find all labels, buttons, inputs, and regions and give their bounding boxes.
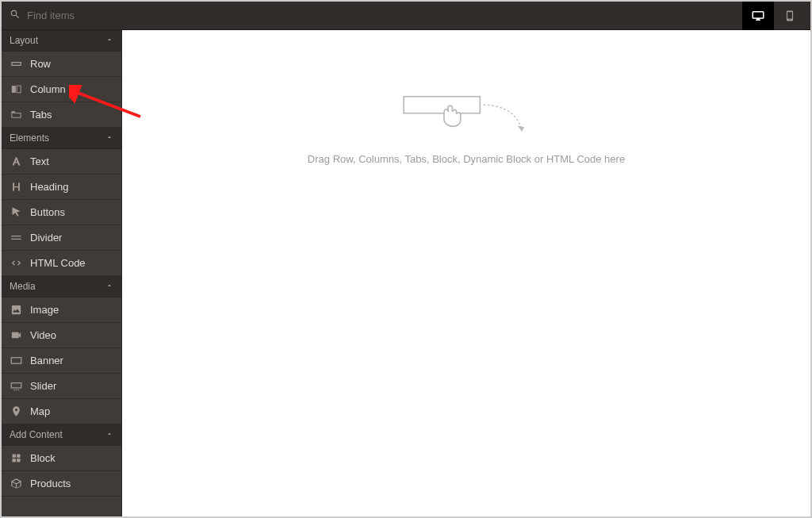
chevron-up-icon — [105, 35, 113, 46]
cursor-icon — [10, 206, 22, 218]
search-wrap — [10, 9, 742, 23]
sidebar-item-row[interactable]: Row — [2, 52, 121, 77]
sidebar-item-label: Buttons — [30, 206, 65, 218]
sidebar-item-label: Column — [30, 83, 66, 95]
sidebar-item-label: Divider — [30, 232, 62, 244]
section-title: Layout — [10, 35, 38, 46]
svg-point-8 — [13, 389, 15, 391]
sidebar-item-label: Heading — [30, 181, 68, 193]
device-desktop-tab[interactable] — [742, 2, 774, 30]
row-icon — [10, 58, 22, 70]
sidebar-item-label: HTML Code — [30, 257, 86, 269]
sidebar-item-label: Slider — [30, 380, 56, 392]
svg-rect-2 — [17, 86, 21, 93]
sidebar-item-image[interactable]: Image — [2, 297, 121, 323]
sidebar-item-divider[interactable]: Divider — [2, 225, 121, 251]
slider-icon — [10, 380, 22, 392]
section-header-add-content[interactable]: Add Content — [2, 424, 121, 446]
svg-rect-12 — [17, 455, 20, 458]
svg-point-9 — [15, 389, 17, 391]
sidebar-item-label: Map — [30, 405, 50, 417]
image-icon — [10, 304, 22, 316]
sidebar-item-label: Image — [30, 304, 59, 316]
divider-icon — [10, 232, 22, 244]
canvas-area[interactable]: Drag Row, Columns, Tabs, Block, Dynamic … — [125, 30, 807, 513]
svg-rect-1 — [11, 86, 15, 93]
sidebar-item-label: Video — [30, 329, 56, 341]
sidebar-item-html-code[interactable]: HTML Code — [2, 251, 121, 276]
svg-rect-13 — [12, 459, 15, 462]
svg-rect-5 — [11, 239, 21, 240]
video-icon — [10, 329, 22, 341]
products-icon — [10, 478, 22, 489]
heading-icon — [10, 181, 22, 193]
svg-rect-3 — [11, 112, 14, 113]
sidebar-item-label: Banner — [30, 355, 63, 366]
sidebar-item-products[interactable]: Products — [2, 471, 121, 497]
topbar — [2, 2, 810, 30]
section-header-media[interactable]: Media — [2, 276, 121, 297]
drop-hint-text: Drag Row, Columns, Tabs, Block, Dynamic … — [308, 153, 625, 165]
section-header-elements[interactable]: Elements — [2, 128, 121, 149]
code-icon — [10, 257, 22, 269]
section-title: Media — [10, 281, 36, 292]
svg-point-10 — [17, 389, 19, 391]
svg-marker-16 — [518, 126, 525, 132]
svg-rect-15 — [404, 97, 480, 113]
svg-rect-11 — [12, 455, 15, 458]
tabs-icon — [10, 109, 22, 121]
sidebar-item-buttons[interactable]: Buttons — [2, 200, 121, 225]
search-input[interactable] — [27, 10, 225, 21]
sidebar-item-label: Tabs — [30, 109, 52, 121]
sidebar-item-slider[interactable]: Slider — [2, 374, 121, 399]
sidebar-item-column[interactable]: Column — [2, 77, 121, 102]
banner-icon — [10, 355, 22, 366]
sidebar-item-map[interactable]: Map — [2, 399, 121, 424]
svg-rect-0 — [11, 63, 20, 66]
svg-rect-6 — [11, 358, 21, 364]
sidebar-item-label: Text — [30, 155, 49, 167]
chevron-up-icon — [105, 132, 113, 144]
sidebar-item-text[interactable]: Text — [2, 149, 121, 175]
sidebar-item-label: Row — [30, 58, 51, 70]
text-icon — [10, 155, 22, 167]
section-title: Elements — [10, 132, 49, 144]
drag-drop-illustration-icon — [395, 90, 538, 145]
block-icon — [10, 452, 22, 464]
sidebar-item-block[interactable]: Block — [2, 446, 121, 471]
sidebar-item-label: Block — [30, 452, 56, 464]
svg-rect-14 — [17, 459, 20, 462]
sidebar-item-heading[interactable]: Heading — [2, 175, 121, 200]
section-header-layout[interactable]: Layout — [2, 30, 121, 52]
chevron-up-icon — [105, 281, 113, 292]
svg-rect-7 — [11, 383, 21, 388]
sidebar-item-label: Products — [30, 478, 71, 489]
sidebar-item-banner[interactable]: Banner — [2, 348, 121, 374]
device-tabs — [742, 2, 806, 30]
column-icon — [10, 83, 22, 95]
search-icon — [10, 9, 21, 23]
device-mobile-tab[interactable] — [774, 2, 806, 30]
dropzone: Drag Row, Columns, Tabs, Block, Dynamic … — [308, 90, 625, 165]
svg-rect-4 — [11, 236, 21, 236]
sidebar-item-tabs[interactable]: Tabs — [2, 102, 121, 128]
chevron-up-icon — [105, 429, 113, 440]
sidebar: Layout Row Column Tabs Elements — [2, 30, 122, 516]
sidebar-item-video[interactable]: Video — [2, 323, 121, 348]
map-pin-icon — [10, 405, 22, 417]
section-title: Add Content — [10, 429, 63, 440]
